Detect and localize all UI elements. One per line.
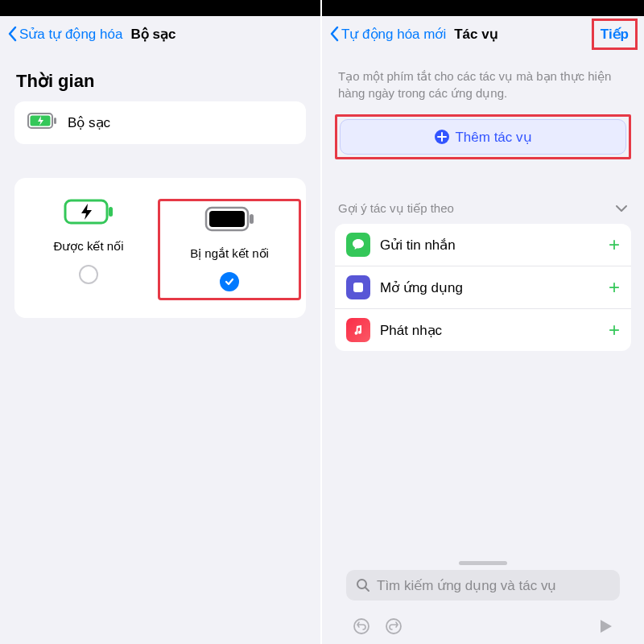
suggest-item-play-music[interactable]: Phát nhạc + [335, 309, 631, 351]
sheet-grabber-icon[interactable] [459, 561, 507, 565]
plus-circle-icon [434, 129, 450, 145]
suggest-header[interactable]: Gợi ý tác vụ tiếp theo [338, 201, 628, 216]
suggest-title: Gợi ý tác vụ tiếp theo [338, 201, 454, 216]
back-label: Sửa tự động hóa [19, 26, 122, 43]
content-left: Thời gian Bộ sạc [0, 52, 320, 644]
next-button[interactable]: Tiếp [596, 23, 634, 46]
nav-bar: Tự động hóa mới Tác vụ Tiếp [322, 16, 644, 52]
svg-rect-7 [250, 214, 254, 224]
suggest-label: Mở ứng dụng [380, 279, 463, 296]
open-app-icon [346, 275, 370, 299]
search-input[interactable]: Tìm kiếm ứng dụng và tác vụ [346, 570, 620, 601]
svg-rect-10 [353, 283, 363, 292]
suggest-list: Gửi tin nhắn + Mở ứng dụng + Phát nhạc + [335, 224, 631, 351]
page-title: Bộ sạc [130, 26, 175, 43]
add-task-button[interactable]: Thêm tác vụ [340, 119, 626, 155]
chevron-down-icon [615, 204, 628, 213]
undo-icon[interactable] [353, 617, 370, 635]
next-highlight: Tiếp [592, 19, 638, 50]
choice-connected[interactable]: Được kết nối [19, 199, 158, 300]
back-label: Tự động hóa mới [341, 26, 446, 43]
description-text: Tạo một phím tắt cho các tác vụ mà bạn t… [338, 68, 628, 101]
battery-full-icon [204, 206, 254, 232]
content-right: Tạo một phím tắt cho các tác vụ mà bạn t… [322, 52, 644, 644]
disconnected-label: Bị ngắt kết nối [190, 246, 269, 261]
page-title: Tác vụ [454, 26, 497, 43]
back-button[interactable]: Tự động hóa mới [330, 26, 446, 43]
phone-right: Tự động hóa mới Tác vụ Tiếp Tạo một phím… [322, 0, 644, 644]
redo-icon[interactable] [385, 617, 402, 635]
choice-disconnected[interactable]: Bị ngắt kết nối [158, 199, 301, 300]
chevron-left-icon [8, 26, 18, 42]
svg-point-13 [386, 619, 401, 634]
charger-label: Bộ sạc [68, 114, 110, 131]
section-title: Thời gian [16, 71, 306, 92]
svg-point-12 [354, 619, 369, 634]
battery-charging-icon [27, 113, 56, 133]
nav-right: Tiếp [592, 16, 638, 52]
bottom-toolbar [335, 609, 631, 644]
add-icon[interactable]: + [609, 235, 620, 254]
suggest-label: Gửi tin nhắn [380, 237, 456, 254]
suggest-item-messages[interactable]: Gửi tin nhắn + [335, 224, 631, 266]
add-icon[interactable]: + [609, 320, 620, 340]
battery-connected-icon [64, 199, 114, 225]
suggest-item-open-app[interactable]: Mở ứng dụng + [335, 266, 631, 309]
connected-label: Được kết nối [53, 239, 123, 254]
add-task-label: Thêm tác vụ [455, 129, 531, 146]
search-icon [356, 578, 370, 592]
phone-left: Sửa tự động hóa Bộ sạc Thời gian Bộ sạc [0, 0, 322, 644]
nav-bar: Sửa tự động hóa Bộ sạc [0, 16, 320, 52]
connection-choice-card: Được kết nối Bị ngắt kết nối [14, 178, 306, 318]
status-bar [0, 0, 320, 16]
add-icon[interactable]: + [609, 278, 620, 297]
charger-row[interactable]: Bộ sạc [27, 113, 293, 133]
radio-unchecked[interactable] [79, 265, 98, 284]
charger-card: Bộ sạc [14, 101, 306, 144]
svg-rect-1 [54, 118, 56, 124]
svg-rect-8 [209, 211, 245, 227]
search-placeholder: Tìm kiếm ứng dụng và tác vụ [377, 577, 556, 594]
music-app-icon [346, 318, 370, 342]
radio-checked[interactable] [220, 272, 239, 291]
back-button[interactable]: Sửa tự động hóa [8, 26, 122, 43]
search-wrap: Tìm kiếm ứng dụng và tác vụ [346, 570, 620, 604]
play-icon[interactable] [597, 618, 613, 634]
svg-rect-4 [109, 207, 113, 217]
status-bar [322, 0, 644, 16]
add-task-highlight: Thêm tác vụ [335, 114, 631, 159]
chevron-left-icon [330, 26, 340, 42]
suggest-label: Phát nhạc [380, 322, 442, 339]
messages-app-icon [346, 233, 370, 257]
